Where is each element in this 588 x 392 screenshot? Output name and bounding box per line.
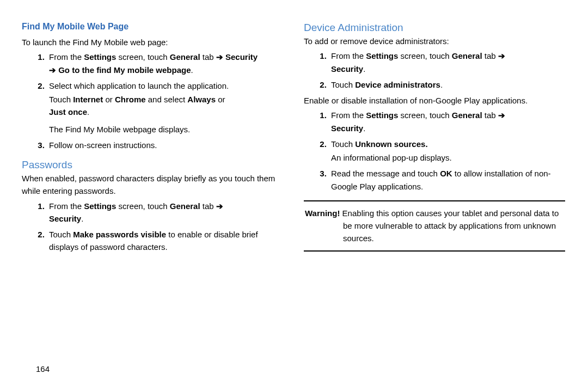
warning-text: Warning! Enabling this option causes you… <box>305 207 564 245</box>
arrow-icon: ➔ <box>498 51 505 60</box>
text: Device administrators <box>355 80 440 89</box>
text: or <box>103 95 115 104</box>
warning-box: Warning! Enabling this option causes you… <box>304 200 565 252</box>
text: and select <box>146 95 188 104</box>
text: tab <box>482 111 498 120</box>
text: Settings <box>366 111 398 120</box>
text: OK <box>440 169 452 178</box>
text: tab <box>482 51 498 60</box>
left-column: Find My Mobile Web Page To launch the Fi… <box>22 22 283 257</box>
text: screen, touch <box>116 52 169 62</box>
text: General <box>170 52 200 62</box>
find-step-1: From the Settings screen, touch General … <box>47 51 283 76</box>
text: tab <box>200 201 216 211</box>
text: From the <box>331 51 366 60</box>
text: Security <box>331 124 363 133</box>
text: . <box>440 80 443 89</box>
text: Always <box>187 95 216 104</box>
text: . <box>363 64 365 74</box>
text: . <box>363 124 365 133</box>
unk-step-2: Touch Unknown sources. An informational … <box>329 138 565 164</box>
arrow-icon: ➔ <box>498 111 505 120</box>
text: Enabling this option causes your tablet … <box>340 209 559 243</box>
find-steps-list: From the Settings screen, touch General … <box>22 51 283 151</box>
text: Just once <box>49 107 87 117</box>
text: An informational pop-up displays. <box>331 151 565 164</box>
heading-device-admin: Device Administration <box>304 22 565 34</box>
right-column: Device Administration To add or remove d… <box>304 22 565 257</box>
text: From the <box>331 111 366 120</box>
text: Make passwords visible <box>73 230 166 239</box>
pass-step-1: From the Settings screen, touch General … <box>47 200 283 225</box>
text: screen, touch <box>398 111 451 120</box>
intro-unknown-sources: Enable or disable installation of non-Go… <box>304 94 565 107</box>
text: Unknown sources. <box>355 139 427 149</box>
text: Read the message and touch <box>331 169 440 178</box>
text: General <box>452 111 482 120</box>
text: Touch <box>49 95 73 104</box>
text: Settings <box>366 51 398 60</box>
find-step-2: Select which application to launch the a… <box>47 79 283 136</box>
text: Touch Internet or Chrome and select Alwa… <box>49 93 283 119</box>
intro-passwords: When enabled, password characters displa… <box>22 172 283 198</box>
intro-device-admin: To add or remove device administrators: <box>304 35 565 47</box>
find-step-3: Follow on-screen instructions. <box>47 139 283 151</box>
device-admin-steps-list: From the Settings screen, touch General … <box>304 50 565 91</box>
intro-find: To launch the Find My Mobile web page: <box>22 36 283 48</box>
page-number: 164 <box>36 364 50 373</box>
text: Touch <box>331 139 355 149</box>
pass-step-2: Touch Make passwords visible to enable o… <box>47 228 283 254</box>
text: Settings <box>84 52 116 62</box>
text: The Find My Mobile webpage displays. <box>49 123 283 136</box>
unk-step-3: Read the message and touch OK to allow i… <box>329 167 565 193</box>
text: General <box>170 201 200 211</box>
text: Security <box>49 214 81 223</box>
warning-label: Warning! <box>305 209 340 218</box>
manual-page: Find My Mobile Web Page To launch the Fi… <box>0 0 588 392</box>
text: ➔ Go to the find My mobile webpage <box>49 65 191 75</box>
text: Internet <box>73 95 103 104</box>
text: . <box>87 107 89 117</box>
text: or <box>216 95 225 104</box>
text: General <box>452 51 482 60</box>
text: Touch <box>331 80 355 89</box>
text: Security <box>331 64 363 74</box>
arrow-icon: ➔ <box>216 201 223 211</box>
text: Settings <box>84 201 116 211</box>
heading-find-my-mobile: Find My Mobile Web Page <box>22 22 283 32</box>
text: screen, touch <box>116 201 169 211</box>
text: From the <box>49 52 84 62</box>
text: From the <box>49 201 84 211</box>
dev-step-2: Touch Device administrators. <box>329 78 565 91</box>
text: tab <box>200 52 216 62</box>
text: Chrome <box>115 95 146 104</box>
heading-passwords: Passwords <box>22 159 283 171</box>
dev-step-1: From the Settings screen, touch General … <box>329 50 565 75</box>
two-column-layout: Find My Mobile Web Page To launch the Fi… <box>22 22 566 257</box>
text: . <box>191 65 193 75</box>
text: Touch <box>49 230 73 239</box>
passwords-steps-list: From the Settings screen, touch General … <box>22 200 283 254</box>
text: Security <box>223 52 258 62</box>
unknown-sources-steps-list: From the Settings screen, touch General … <box>304 109 565 193</box>
unk-step-1: From the Settings screen, touch General … <box>329 109 565 134</box>
arrow-icon: ➔ <box>216 52 223 62</box>
text: Select which application to launch the a… <box>49 81 229 90</box>
text: . <box>81 214 83 223</box>
text: screen, touch <box>398 51 451 60</box>
